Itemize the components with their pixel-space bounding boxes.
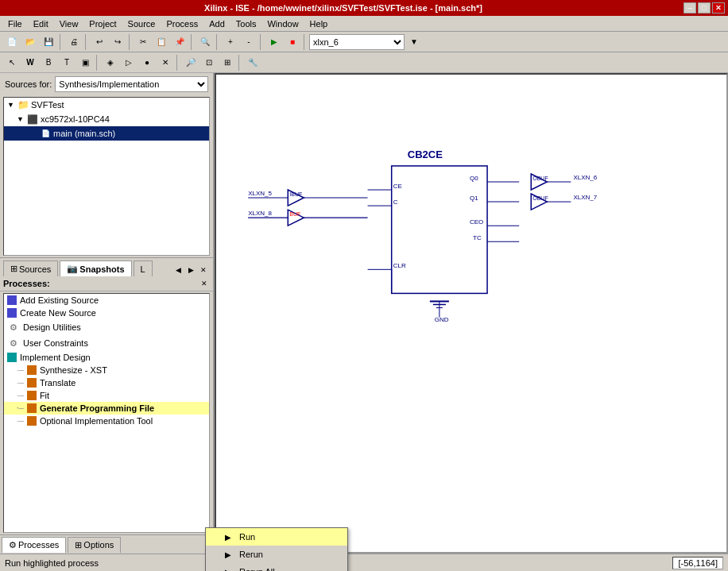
paste-btn[interactable]: 📌 <box>171 33 188 51</box>
window-controls: ─ □ ✕ <box>683 2 725 14</box>
panel-close[interactable]: ✕ <box>197 264 210 276</box>
proc-label-design-util: Design Utilities <box>23 322 81 332</box>
sep10 <box>238 55 242 71</box>
proc-gen-prog-file[interactable]: ·─ Generate Programming File <box>4 402 209 415</box>
context-menu: ▶ Run ▶ Rerun ▶ Rerun All ■ Stop Open Wi… <box>205 527 348 571</box>
menu-source[interactable]: Source <box>123 17 161 30</box>
opts-tab-icon: ⊞ <box>75 540 82 550</box>
minimize-button[interactable]: ─ <box>683 2 696 14</box>
tab-l[interactable]: L <box>134 260 153 276</box>
svg-text:TC: TC <box>473 234 482 241</box>
svg-text:XLXN_7: XLXN_7 <box>573 194 597 201</box>
redo-btn[interactable]: ↪ <box>109 33 126 51</box>
processes-close[interactable]: ✕ <box>199 278 210 289</box>
proc-design-utilities[interactable]: ⚙ Design Utilities <box>4 319 209 335</box>
open-btn[interactable]: 📂 <box>21 33 39 51</box>
select-btn[interactable]: ↖ <box>3 54 21 71</box>
ctx-rerun-all-label: Rerun All <box>239 567 275 571</box>
tab-processes[interactable]: ⚙ Processes <box>2 537 66 553</box>
expand-icon2: ▼ <box>17 115 26 123</box>
menu-edit[interactable]: Edit <box>29 17 53 30</box>
copy-btn[interactable]: 📋 <box>153 33 170 51</box>
proc-fit[interactable]: ·─ Fit <box>4 389 209 402</box>
combo-go-btn[interactable]: ▼ <box>405 33 423 51</box>
noconn-btn[interactable]: ✕ <box>157 54 174 71</box>
save-btn[interactable]: 💾 <box>40 33 57 51</box>
status-coords: [-56,1164] <box>672 557 723 569</box>
proc-translate[interactable]: ·─ Translate <box>4 376 209 389</box>
menu-help[interactable]: Help <box>305 17 333 30</box>
svg-text:CLR: CLR <box>393 262 406 269</box>
cut-btn[interactable]: ✂ <box>134 33 152 51</box>
proc-user-constraints[interactable]: ⚙ User Constraints <box>4 335 209 351</box>
source-tab-bar: ⊞ Sources 📷 Snapshots L ◀ ▶ ✕ <box>0 257 213 276</box>
new-btn[interactable]: 📄 <box>3 33 21 51</box>
zoom-out-btn[interactable]: - <box>240 33 258 51</box>
ctx-run[interactable]: ▶ Run <box>206 528 347 546</box>
schematic-svg: CB2CE CE C CLR Q0 Q1 CEO TC OBUF XLXN_6 <box>216 75 726 552</box>
tab-options[interactable]: ⊞ Options <box>68 537 121 553</box>
stop-btn[interactable]: ■ <box>284 33 301 51</box>
zoom-area-btn[interactable]: 🔎 <box>182 54 199 71</box>
schematic-area[interactable]: CB2CE CE C CLR Q0 Q1 CEO TC OBUF XLXN_6 <box>215 73 728 554</box>
run-btn[interactable]: ▶ <box>265 33 283 51</box>
proc-label-gen: Generate Programming File <box>40 403 154 413</box>
toolbar-2: ↖ W B T ▣ ◈ ▷ ● ✕ 🔎 ⊡ ⊞ 🔧 <box>0 52 728 73</box>
proc-create-new[interactable]: Create New Source <box>4 307 209 319</box>
junction-btn[interactable]: ● <box>138 54 156 71</box>
ctx-rerun-all[interactable]: ▶ Rerun All <box>206 563 347 571</box>
print-btn[interactable]: 🖨 <box>65 33 83 51</box>
proc-implement-design[interactable]: Implement Design <box>4 351 209 364</box>
close-button[interactable]: ✕ <box>712 2 725 14</box>
menu-view[interactable]: View <box>55 17 83 30</box>
proc-label-implement: Implement Design <box>20 353 91 362</box>
text-btn[interactable]: T <box>58 54 76 71</box>
wire-btn[interactable]: W <box>21 54 39 71</box>
prop-btn[interactable]: 🔧 <box>244 54 261 71</box>
svg-text:C: C <box>393 199 398 206</box>
sources-for-label: Sources for: <box>5 79 52 89</box>
zoom-in-btn[interactable]: + <box>222 33 239 51</box>
tree-item-svftest[interactable]: ▼ 📁 SVFTest <box>4 98 209 112</box>
svg-text:IBUF: IBUF <box>289 191 302 197</box>
snapshots-tab-label: Snapshots <box>79 264 124 274</box>
svg-text:XLXN_8: XLXN_8 <box>248 210 272 217</box>
source-tree[interactable]: ▼ 📁 SVFTest ▼ ⬛ xc9572xl-10PC44 📄 main (… <box>3 97 210 256</box>
processes-header: Processes: ✕ <box>0 276 213 291</box>
undo-btn[interactable]: ↩ <box>91 33 108 51</box>
tab-sources[interactable]: ⊞ Sources <box>3 260 58 276</box>
proc-dot-gen: ·─ <box>17 404 24 412</box>
tree-label-main: main (main.sch) <box>53 129 115 138</box>
port-btn[interactable]: ▷ <box>120 54 137 71</box>
search-btn[interactable]: 🔍 <box>196 33 214 51</box>
menu-process[interactable]: Process <box>161 17 203 30</box>
menu-tools[interactable]: Tools <box>231 17 261 30</box>
proc-optional-impl[interactable]: ·─ Optional Implementation Tool <box>4 415 209 427</box>
svg-text:CE: CE <box>393 183 402 190</box>
maximize-button[interactable]: □ <box>698 2 711 14</box>
net-combo[interactable]: xlxn_6 <box>309 34 405 50</box>
menu-project[interactable]: Project <box>84 17 121 30</box>
tab-snapshots[interactable]: 📷 Snapshots <box>60 260 131 276</box>
menu-window[interactable]: Window <box>262 17 303 30</box>
zoom-page-btn[interactable]: ⊞ <box>219 54 236 71</box>
proc-add-existing[interactable]: Add Existing Source <box>4 294 209 307</box>
panel-scroll-left[interactable]: ◀ <box>172 264 184 276</box>
menu-file[interactable]: File <box>3 17 27 30</box>
bus-btn[interactable]: B <box>40 54 57 71</box>
proc-icon-opt <box>27 416 37 426</box>
menu-add[interactable]: Add <box>204 17 230 30</box>
proc-dot-opt: ·─ <box>17 417 24 425</box>
panel-scroll-right[interactable]: ▶ <box>184 264 197 276</box>
zoom-fit-btn[interactable]: ⊡ <box>200 54 218 71</box>
ctx-rerun[interactable]: ▶ Rerun <box>206 546 347 563</box>
tree-item-main[interactable]: 📄 main (main.sch) <box>4 126 209 141</box>
svg-text:CB2CE: CB2CE <box>408 149 443 160</box>
inst-btn[interactable]: ▣ <box>76 54 94 71</box>
svg-text:OBUF: OBUF <box>532 176 548 181</box>
sources-header: Sources for: Synthesis/Implementation <box>0 73 213 95</box>
proc-synthesize[interactable]: ·─ Synthesize - XST <box>4 364 209 376</box>
sources-combo[interactable]: Synthesis/Implementation <box>55 76 208 92</box>
tree-item-chip[interactable]: ▼ ⬛ xc9572xl-10PC44 <box>4 112 209 126</box>
sym-btn[interactable]: ◈ <box>102 54 119 71</box>
